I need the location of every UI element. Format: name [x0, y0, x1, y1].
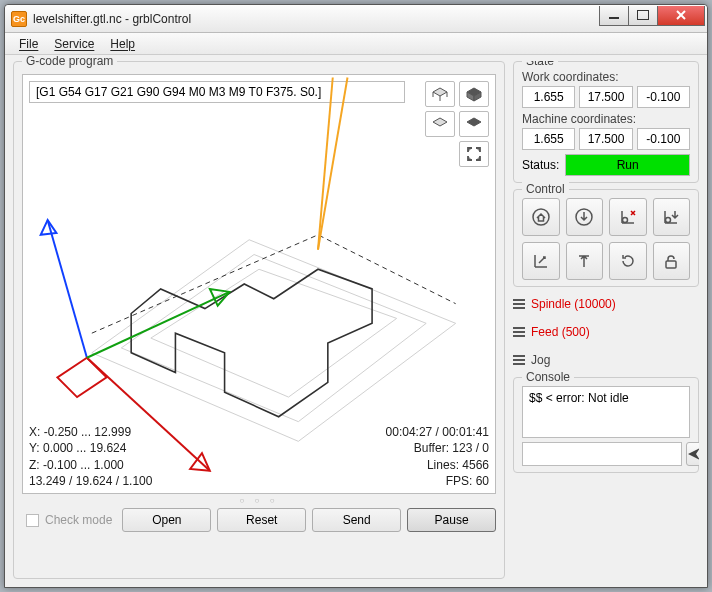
spindle-section[interactable]: Spindle (10000): [513, 293, 699, 315]
machine-coords-label: Machine coordinates:: [522, 112, 690, 126]
work-coords-label: Work coordinates:: [522, 70, 690, 84]
hamburger-icon: [513, 355, 525, 365]
titlebar[interactable]: Gc levelshifter.gtl.nc - grblControl: [5, 5, 707, 33]
safe-z-button[interactable]: [566, 242, 604, 280]
splitter-grip[interactable]: ○ ○ ○: [22, 494, 496, 504]
machine-x: 1.655: [522, 128, 575, 150]
check-mode-label: Check mode: [45, 513, 112, 527]
svg-line-16: [87, 292, 230, 358]
console-input[interactable]: [522, 442, 682, 466]
console-output[interactable]: $$ < error: Not idle: [522, 386, 690, 438]
svg-line-18: [318, 78, 333, 250]
menu-service[interactable]: Service: [48, 35, 100, 53]
pause-button[interactable]: Pause: [407, 508, 496, 532]
svg-point-20: [533, 209, 549, 225]
status-label: Status:: [522, 158, 559, 172]
work-y: 17.500: [579, 86, 632, 108]
unlock-button[interactable]: [653, 242, 691, 280]
hamburger-icon: [513, 327, 525, 337]
gcode-viewer[interactable]: [G1 G54 G17 G21 G90 G94 M0 M3 M9 T0 F375…: [22, 74, 496, 494]
console-send-button[interactable]: [686, 442, 699, 466]
menu-help[interactable]: Help: [104, 35, 141, 53]
feed-section[interactable]: Feed (500): [513, 321, 699, 343]
control-legend: Control: [522, 182, 569, 196]
zprobe-button[interactable]: [566, 198, 604, 236]
open-button[interactable]: Open: [122, 508, 211, 532]
home-button[interactable]: [522, 198, 560, 236]
svg-point-23: [666, 218, 671, 223]
svg-marker-15: [57, 358, 106, 397]
close-button[interactable]: [657, 6, 705, 26]
reset-button[interactable]: Reset: [217, 508, 306, 532]
menu-file[interactable]: File: [13, 35, 44, 53]
check-mode-checkbox[interactable]: Check mode: [22, 513, 116, 527]
stats-progress: 00:04:27 / 00:01:41 Buffer: 123 / 0 Line…: [386, 424, 489, 489]
jog-section[interactable]: Jog: [513, 349, 699, 371]
machine-z: -0.100: [637, 128, 690, 150]
send-button[interactable]: Send: [312, 508, 401, 532]
jog-label: Jog: [531, 353, 550, 367]
stats-extents: X: -0.250 ... 12.999 Y: 0.000 ... 19.624…: [29, 424, 152, 489]
work-z: -0.100: [637, 86, 690, 108]
app-icon: Gc: [11, 11, 27, 27]
gcode-legend: G-code program: [22, 55, 117, 68]
status-value: Run: [565, 154, 690, 176]
svg-marker-12: [41, 220, 57, 235]
work-x: 1.655: [522, 86, 575, 108]
svg-point-22: [622, 218, 627, 223]
zero-z-button[interactable]: [653, 198, 691, 236]
reset-grbl-button[interactable]: [609, 242, 647, 280]
state-legend: State: [522, 61, 558, 68]
svg-line-11: [48, 220, 87, 358]
maximize-button[interactable]: [628, 6, 658, 26]
menubar: File Service Help: [5, 33, 707, 55]
window-title: levelshifter.gtl.nc - grblControl: [33, 12, 600, 26]
svg-line-19: [318, 78, 348, 250]
machine-y: 17.500: [579, 128, 632, 150]
hamburger-icon: [513, 299, 525, 309]
restore-origin-button[interactable]: [522, 242, 560, 280]
zero-xy-button[interactable]: [609, 198, 647, 236]
feed-label: Feed (500): [531, 325, 590, 339]
console-legend: Console: [522, 370, 574, 384]
spindle-label: Spindle (10000): [531, 297, 616, 311]
svg-rect-24: [666, 261, 676, 268]
minimize-button[interactable]: [599, 6, 629, 26]
